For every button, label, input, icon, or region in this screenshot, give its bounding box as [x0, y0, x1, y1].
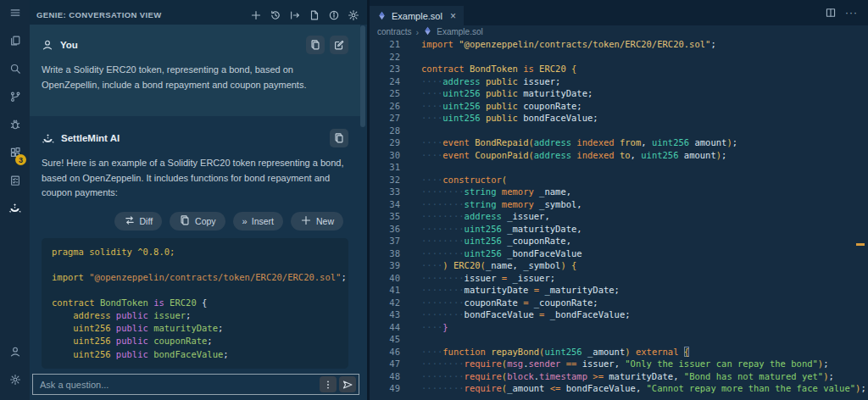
- code-token: maturityDate,: [609, 371, 684, 381]
- editor-line: 33········string memory _name,: [370, 186, 868, 198]
- code-token: uint256: [442, 88, 486, 98]
- user-message-card: You Write a Solidity ERC20 token, repres…: [30, 25, 360, 116]
- editor-line-text[interactable]: ····event BondRepaid(address indexed fro…: [421, 136, 868, 149]
- user-message-copy-button[interactable]: [306, 36, 325, 54]
- sidebar-menu[interactable]: [0, 0, 30, 28]
- sidebar-explorer[interactable]: [0, 28, 30, 56]
- new-chat-icon[interactable]: [249, 8, 263, 22]
- editor-line-text[interactable]: ····address public issuer;: [421, 75, 868, 88]
- code-token: from: [620, 137, 641, 147]
- editor-line-text[interactable]: ········require(block.timestamp >= matur…: [421, 370, 868, 383]
- code-token: amount: [694, 137, 726, 147]
- code-token: ········: [421, 273, 465, 283]
- editor-line-text[interactable]: ········uint256 _couponRate,: [421, 235, 868, 247]
- editor-line: 37········uint256 _couponRate,: [370, 235, 868, 247]
- editor-line-text[interactable]: ········uint256 _maturityDate,: [421, 223, 868, 236]
- app-window: 3 GENIE: CONVERSATION VIEW You Write a S…: [0, 0, 868, 400]
- editor-line-text[interactable]: ········require(_amount <= bondFaceValue…: [421, 382, 868, 395]
- sidebar-settlemint-genie[interactable]: [0, 196, 30, 224]
- line-number: 32: [370, 174, 400, 186]
- editor-line-text[interactable]: ········address _issuer,: [421, 210, 868, 223]
- sidebar-settings[interactable]: [0, 367, 30, 395]
- editor-line-text[interactable]: [421, 125, 868, 137]
- line-number: 44: [370, 321, 400, 334]
- breadcrumb-item[interactable]: Example.sol: [437, 27, 482, 36]
- code-token: ········: [421, 211, 465, 221]
- ai-message-copy-button[interactable]: [330, 129, 348, 147]
- chat-code-line: uint256 public maturityDate;: [52, 322, 338, 335]
- editor-line-text[interactable]: contract BondToken is ERC20 {: [421, 63, 868, 75]
- export-icon[interactable]: [288, 8, 302, 22]
- code-token: ,: [641, 137, 652, 147]
- sidebar-debug[interactable]: [0, 112, 30, 140]
- split-editor-icon[interactable]: [825, 7, 837, 19]
- code-token: ): [625, 347, 636, 357]
- code-token: _couponRate,: [507, 236, 571, 246]
- editor-line-text[interactable]: ····function repayBond(uint256 _amount) …: [421, 346, 868, 358]
- tab-example-sol[interactable]: Example.sol×: [370, 6, 464, 26]
- editor-line-text[interactable]: ····}: [421, 321, 868, 334]
- editor-line-text[interactable]: ····uint256 public bondFaceValue;: [421, 112, 868, 125]
- code-token: public: [486, 113, 523, 123]
- sidebar-extensions[interactable]: 3: [0, 140, 30, 168]
- line-number: 46: [370, 346, 400, 358]
- chat-scrollbar-thumb[interactable]: [360, 25, 365, 127]
- code-token: BondToken: [100, 297, 153, 308]
- editor-line-text[interactable]: ········couponRate = _couponRate;: [421, 297, 868, 309]
- code-token: }: [442, 322, 448, 332]
- sidebar-account[interactable]: [0, 339, 30, 367]
- editor-line-text[interactable]: ········string memory _name,: [421, 186, 868, 198]
- insert-button[interactable]: »Insert: [233, 212, 283, 231]
- editor-code-area[interactable]: 21import "@openzeppelin/contracts/token/…: [370, 38, 868, 400]
- editor-line-text[interactable]: ····constructor(: [421, 174, 868, 186]
- editor-line-text[interactable]: import "@openzeppelin/contracts/token/ER…: [421, 38, 868, 51]
- code-token: public: [116, 310, 153, 320]
- debug-icon: [9, 119, 21, 134]
- editor-line: 23contract BondToken is ERC20 {: [370, 63, 868, 75]
- code-token: issuer,: [582, 358, 626, 369]
- settings-icon[interactable]: [347, 8, 360, 22]
- editor-line-text[interactable]: ····event CouponPaid(address indexed to,…: [421, 149, 868, 162]
- editor-line: 28: [370, 125, 868, 137]
- diff-button[interactable]: Diff: [114, 212, 163, 231]
- editor-line-text[interactable]: ····) ERC20(_name, _symbol) {: [421, 259, 868, 272]
- code-token: ········: [421, 358, 465, 369]
- more-actions-icon[interactable]: ···: [845, 7, 858, 19]
- sidebar-checklist[interactable]: [0, 168, 30, 196]
- new-button[interactable]: New: [291, 212, 343, 231]
- chat-panel-header: GENIE: CONVERSATION VIEW: [30, 0, 367, 25]
- editor-line-text[interactable]: ········string memory _symbol,: [421, 198, 868, 211]
- checklist-icon: [9, 175, 21, 190]
- editor-line: 31: [370, 161, 868, 174]
- sidebar-search[interactable]: [0, 56, 30, 84]
- editor-line: 34········string memory _symbol,: [370, 198, 868, 211]
- editor-line-text[interactable]: ········uint256 _bondFaceValue: [421, 247, 868, 260]
- user-message-edit-button[interactable]: [330, 36, 348, 54]
- code-token: require: [465, 371, 502, 381]
- code-token: {: [571, 260, 576, 270]
- line-number: 45: [370, 333, 400, 346]
- input-more-button[interactable]: [320, 376, 337, 392]
- editor-line-text[interactable]: ········bondFaceValue = _bondFaceValue;: [421, 308, 868, 321]
- code-token: =: [523, 297, 534, 308]
- editor-line-text[interactable]: ········require(msg.sender == issuer, "O…: [421, 358, 868, 370]
- tab-close-icon[interactable]: ×: [450, 10, 456, 22]
- send-button[interactable]: [339, 376, 356, 392]
- code-token: address: [534, 137, 577, 147]
- editor-line-text[interactable]: ········issuer = _issuer;: [421, 272, 868, 285]
- editor-line-text[interactable]: ········maturityDate = _maturityDate;: [421, 284, 868, 297]
- editor-line-text[interactable]: ····uint256 public maturityDate;: [421, 87, 868, 100]
- editor-line-text[interactable]: [421, 161, 868, 174]
- breadcrumb-item[interactable]: contracts: [377, 27, 412, 36]
- sidebar-source-control[interactable]: [0, 84, 30, 112]
- editor-line-text[interactable]: ····uint256 public couponRate;: [421, 100, 868, 113]
- chat-input[interactable]: [33, 380, 320, 390]
- editor-line-text[interactable]: [421, 333, 868, 346]
- file-icon[interactable]: [308, 8, 321, 22]
- history-icon[interactable]: [269, 8, 282, 22]
- info-icon[interactable]: [327, 8, 341, 22]
- explorer-icon: [9, 35, 21, 50]
- copy-button[interactable]: Copy: [170, 212, 225, 231]
- code-token: event: [442, 137, 475, 147]
- editor-line-text[interactable]: [421, 51, 868, 64]
